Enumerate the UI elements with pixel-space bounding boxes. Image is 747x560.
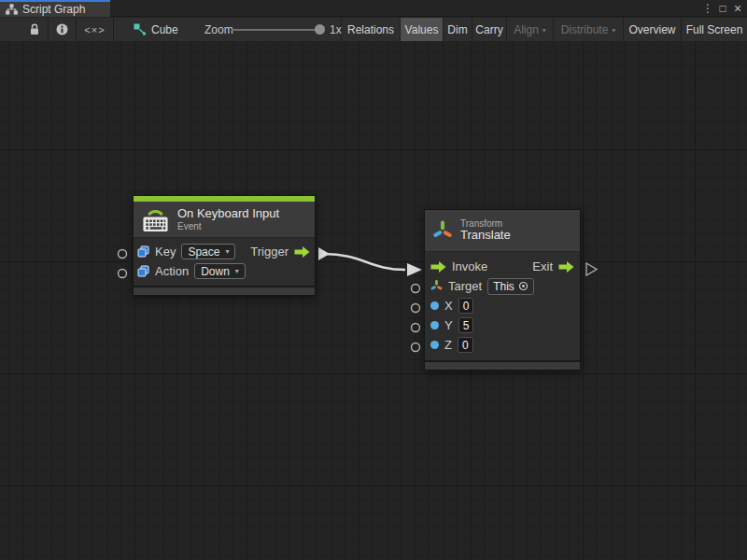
flow-arrow-icon [558,261,574,273]
node-titles: On Keyboard Input Event [177,207,279,231]
align-button[interactable]: Align ▾ [507,18,553,41]
transform-icon [432,218,453,244]
carry-button[interactable]: Carry [472,18,506,41]
lock-button[interactable] [21,18,48,41]
action-dropdown[interactable]: Down ▾ [194,263,246,279]
key-dropdown[interactable]: Space ▾ [181,244,235,259]
info-icon [56,23,68,35]
zoom-slider-track[interactable] [232,29,324,31]
relations-button[interactable]: Relations [342,18,400,41]
action-row: Action Down ▾ [134,261,315,281]
values-button[interactable]: Values [401,18,443,41]
target-value-port[interactable] [412,285,420,293]
graph-hierarchy-icon [6,4,18,15]
flow-arrow-icon [430,261,446,273]
trigger-label: Trigger [250,245,289,259]
value-dot-icon [430,301,439,310]
edit-code-button[interactable]: <×> [77,18,113,41]
graph-target-ref[interactable]: Cube [133,22,178,36]
fullscreen-button[interactable]: Full Screen [682,18,747,41]
enum-type-icon [137,245,149,258]
wire-trigger-to-invoke[interactable] [324,254,405,270]
node-header: On Keyboard Input Event [134,202,315,238]
chevron-down-icon: ▾ [612,26,615,35]
graph-canvas[interactable]: On Keyboard Input Event Key Space ▾ [0,41,747,560]
node-body: Invoke Exit Target This [425,252,580,360]
overview-button[interactable]: Overview [624,18,681,41]
value-dot-icon [430,321,439,329]
zoom-value: 1x [330,23,342,36]
node-footer [425,360,580,370]
chevron-down-icon: ▾ [225,247,229,256]
y-row: Y 5 [425,315,580,335]
dim-button[interactable]: Dim [444,18,472,41]
keyboard-event-icon [141,205,170,233]
flow-arrow-icon [294,246,310,258]
graph-toolbar: <×> Cube Zoom 1x Relations Val [0,18,747,41]
x-row: X 0 [425,296,580,315]
toolbar-middle: Cube Zoom 1x [114,18,341,41]
exit-output-port[interactable] [586,263,597,275]
y-label: Y [444,318,453,332]
node-titles: Transform Translate [460,218,511,243]
invoke-exit-row: Invoke Exit [425,257,580,276]
node-transform-translate[interactable]: Transform Translate Invoke Exit [424,209,581,371]
lock-icon [29,23,40,35]
target-label: Target [448,279,482,293]
x-value-port[interactable] [412,304,420,313]
toolbar-toggle-buttons: Relations Values Dim Carry Align ▾ Distr… [341,18,747,41]
x-input[interactable]: 0 [458,298,474,314]
key-value-port[interactable] [119,250,127,259]
object-picker-icon[interactable] [518,281,529,291]
y-value-port[interactable] [412,324,420,332]
node-title: On Keyboard Input [177,207,279,221]
transform-type-icon [430,279,443,293]
target-row: Target This [425,276,580,296]
z-row: Z 0 [425,335,580,355]
titlebar: Script Graph ⋮ □ × [0,0,747,17]
zoom-label: Zoom [204,23,233,36]
z-value-port[interactable] [412,343,420,352]
z-input[interactable]: 0 [458,337,473,353]
invoke-input-port[interactable] [407,263,422,276]
trigger-output-port[interactable] [318,247,330,260]
node-on-keyboard-input[interactable]: On Keyboard Input Event Key Space ▾ [133,195,316,296]
enum-type-icon [137,265,149,277]
node-header: Transform Translate [425,210,580,252]
zoom-slider-handle[interactable] [315,24,325,35]
code-icon: <×> [84,24,105,35]
window-maximize-icon[interactable]: □ [715,0,730,17]
tab-title: Script Graph [22,3,85,16]
key-label: Key [155,245,176,259]
action-label: Action [155,264,189,278]
script-graph-window: Script Graph ⋮ □ × <×> [0,0,747,560]
window-menu-icon[interactable]: ⋮ [700,0,715,17]
exit-label: Exit [532,259,553,273]
value-dot-icon [430,341,439,349]
distribute-button[interactable]: Distribute ▾ [554,18,623,41]
window-controls: ⋮ □ × [700,0,745,17]
node-footer [134,286,315,295]
script-graph-asset-icon [133,22,147,36]
info-button[interactable] [49,18,76,41]
node-body: Key Space ▾ Trigger Ac [134,238,315,286]
action-value-port[interactable] [119,270,127,278]
wire-layer [0,41,747,560]
chevron-down-icon: ▾ [543,26,546,35]
chevron-down-icon: ▾ [235,267,239,275]
y-input[interactable]: 5 [458,317,474,333]
target-object-field[interactable]: This [487,278,534,295]
tab-script-graph[interactable]: Script Graph [0,0,110,17]
invoke-label: Invoke [452,259,487,273]
window-close-icon[interactable]: × [730,0,745,17]
node-subtitle: Event [177,221,279,232]
z-label: Z [444,338,452,352]
key-row: Key Space ▾ Trigger [134,242,315,261]
node-title: Translate [460,229,511,243]
x-label: X [444,299,453,313]
graph-target-label: Cube [151,23,178,36]
